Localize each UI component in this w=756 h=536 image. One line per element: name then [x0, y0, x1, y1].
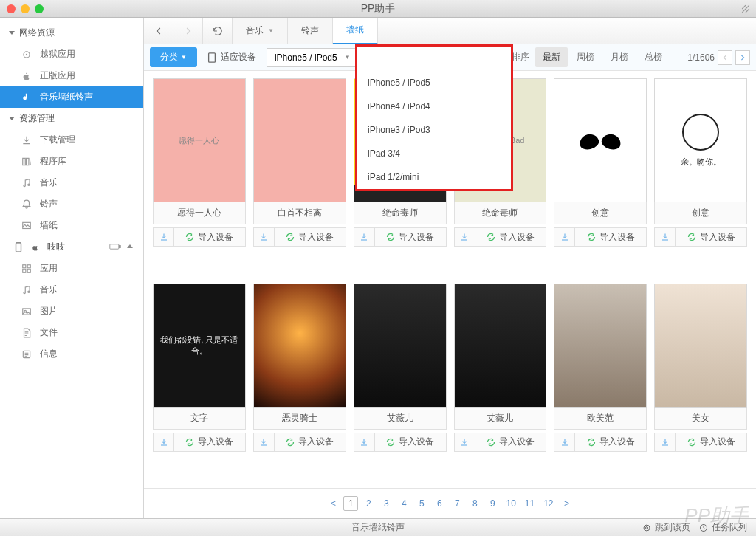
wallpaper-title: 欧美范 [554, 408, 647, 430]
wallpaper-card: 欧美范 导入设备 [554, 284, 647, 481]
wallpaper-thumbnail[interactable]: 亲。吻你。 [654, 78, 747, 202]
sync-icon [487, 233, 495, 241]
import-device-button[interactable]: 导入设备 [676, 433, 746, 451]
device-filter-dropdown[interactable]: iPhone5 / iPod5▼ [267, 48, 359, 67]
sidebar-item-library[interactable]: 程序库 [0, 151, 143, 172]
jump-to-page[interactable]: 跳到该页 [642, 521, 690, 534]
sidebar-device-music[interactable]: 音乐 [0, 279, 143, 300]
download-icon-button[interactable] [655, 228, 676, 246]
import-device-button[interactable]: 导入设备 [375, 433, 446, 451]
sidebar-item-media[interactable]: 音乐墙纸铃声 [0, 86, 143, 108]
import-device-button[interactable]: 导入设备 [676, 228, 746, 246]
import-device-button[interactable]: 导入设备 [475, 433, 546, 451]
sidebar-item-jailbreak[interactable]: 越狱应用 [0, 44, 143, 65]
page-number[interactable]: 11 [522, 496, 537, 511]
page-number[interactable]: 1 [343, 496, 358, 511]
sort-latest[interactable]: 最新 [535, 47, 568, 67]
wallpaper-thumbnail[interactable]: 我们都没错, 只是不适合。 [153, 284, 246, 408]
page-number[interactable]: 4 [396, 496, 411, 511]
wallpaper-thumbnail[interactable] [354, 284, 447, 408]
sidebar-device-info[interactable]: 信息 [0, 343, 143, 365]
download-icon-button[interactable] [254, 228, 275, 246]
sidebar-device-files[interactable]: 文件 [0, 322, 143, 343]
page-number[interactable]: 6 [432, 496, 447, 511]
import-device-button[interactable]: 导入设备 [174, 433, 245, 451]
page-number[interactable]: 3 [379, 496, 394, 511]
sort-monthly[interactable]: 月榜 [603, 47, 636, 67]
import-device-button[interactable]: 导入设备 [575, 228, 646, 246]
resize-icon[interactable] [741, 4, 750, 13]
back-button[interactable] [144, 18, 173, 44]
page-prev-top[interactable] [718, 50, 732, 65]
dropdown-icon: ▼ [181, 54, 187, 61]
category-button[interactable]: 分类▼ [150, 47, 197, 67]
window-title: PP助手 [0, 2, 756, 16]
import-device-button[interactable]: 导入设备 [174, 228, 245, 246]
wallpaper-thumbnail[interactable] [554, 284, 647, 408]
download-icon-button[interactable] [154, 433, 174, 451]
page-prev[interactable]: < [326, 496, 340, 511]
download-icon-button[interactable] [254, 433, 275, 451]
refresh-button[interactable] [203, 18, 233, 44]
sidebar-item-genuine[interactable]: 正版应用 [0, 65, 143, 86]
wallpaper-card: 美女 导入设备 [654, 284, 747, 481]
import-device-button[interactable]: 导入设备 [575, 433, 646, 451]
sidebar-device-photos[interactable]: 图片 [0, 300, 143, 322]
sidebar-device-apps[interactable]: 应用 [0, 258, 143, 279]
page-number[interactable]: 5 [414, 496, 429, 511]
wallpaper-thumbnail[interactable] [253, 284, 346, 408]
adapt-device-toggle[interactable]: 适应设备 [202, 51, 262, 63]
import-device-button[interactable]: 导入设备 [375, 228, 446, 246]
dropdown-icon: ▼ [268, 27, 274, 34]
page-next-top[interactable] [735, 50, 750, 65]
device-option[interactable]: iPhone3 / iPod3 [357, 118, 511, 142]
forward-button[interactable] [173, 18, 203, 44]
tab-ringtone[interactable]: 铃声 [288, 18, 333, 44]
download-icon-button[interactable] [455, 228, 475, 246]
eject-icon[interactable] [126, 243, 134, 252]
import-device-button[interactable]: 导入设备 [275, 433, 346, 451]
sidebar-section-network[interactable]: 网络资源 [0, 22, 143, 44]
device-option[interactable]: iPhone4 / iPod4 [357, 95, 511, 118]
sort-total[interactable]: 总榜 [637, 47, 670, 67]
sort-weekly[interactable]: 周榜 [569, 47, 602, 67]
sidebar-item-music[interactable]: 音乐 [0, 172, 143, 193]
dropdown-icon: ▼ [345, 54, 351, 61]
page-number[interactable]: 12 [540, 496, 556, 511]
wallpaper-thumbnail[interactable] [454, 284, 547, 408]
page-number[interactable]: 9 [485, 496, 500, 511]
device-option[interactable]: iPad 1/2/mini [357, 165, 511, 189]
wallpaper-thumbnail[interactable] [253, 78, 346, 202]
wallpaper-thumbnail[interactable]: 愿得一人心 [153, 78, 246, 202]
download-icon [21, 134, 32, 146]
sync-icon [687, 233, 696, 241]
download-icon-button[interactable] [154, 228, 174, 246]
import-device-button[interactable]: 导入设备 [475, 228, 546, 246]
download-icon-button[interactable] [655, 433, 676, 451]
sidebar-section-resources[interactable]: 资源管理 [0, 108, 143, 129]
download-icon-button[interactable] [554, 433, 575, 451]
page-number[interactable]: 10 [503, 496, 518, 511]
page-number[interactable]: 2 [361, 496, 376, 511]
page-next[interactable]: > [560, 496, 574, 511]
tab-wallpaper[interactable]: 墙纸 [333, 18, 378, 44]
download-icon-button[interactable] [554, 228, 575, 246]
sidebar-item-ringtone[interactable]: 铃声 [0, 193, 143, 215]
wallpaper-card: 亲。吻你。 创意 导入设备 [654, 78, 747, 276]
sidebar-item-downloads[interactable]: 下载管理 [0, 129, 143, 151]
wallpaper-thumbnail[interactable] [654, 284, 747, 408]
sidebar-item-wallpaper[interactable]: 墙纸 [0, 215, 143, 236]
download-icon-button[interactable] [354, 433, 375, 451]
sidebar-device-header[interactable]: 吱吱 [0, 236, 143, 258]
import-device-button[interactable]: 导入设备 [275, 228, 346, 246]
page-number[interactable]: 7 [450, 496, 464, 511]
download-icon-button[interactable] [354, 228, 375, 246]
device-option[interactable]: iPad 3/4 [357, 142, 511, 165]
download-icon-button[interactable] [455, 433, 475, 451]
page-number[interactable]: 8 [467, 496, 482, 511]
device-option[interactable]: iPhone5 / iPod5 [357, 71, 511, 95]
wallpaper-thumbnail[interactable] [554, 78, 647, 202]
tab-music[interactable]: 音乐▼ [233, 18, 288, 44]
task-queue[interactable]: 任务队列 [699, 521, 747, 534]
svg-rect-10 [23, 264, 26, 267]
